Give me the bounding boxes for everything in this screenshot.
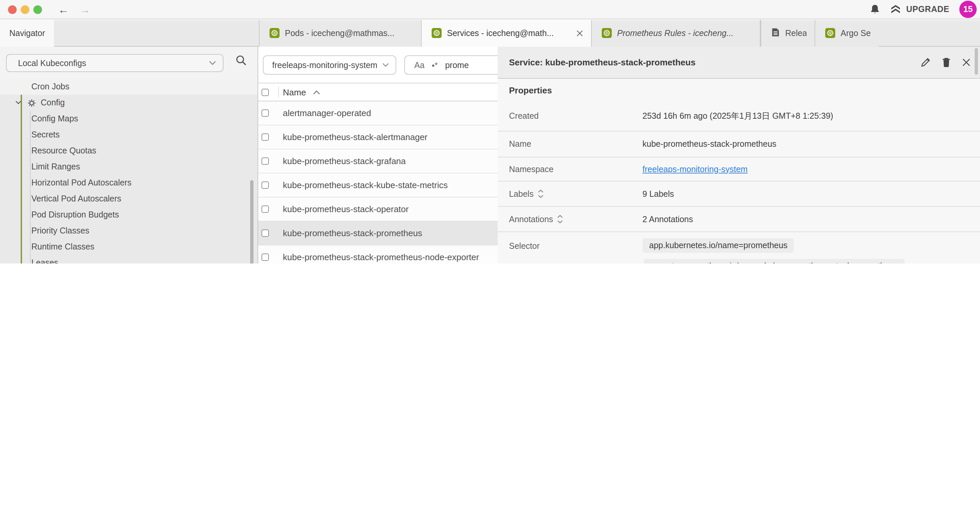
upgrade-label: UPGRADE [906, 5, 949, 14]
sidebar-item[interactable]: Runtime Classes [0, 239, 258, 255]
forward-arrow-icon[interactable]: → [80, 0, 90, 19]
namespace-select[interactable]: freeleaps-monitoring-system [263, 56, 396, 75]
properties-section-heading: Properties [498, 79, 980, 101]
property-row-namespace: Namespace freeleaps-monitoring-system [498, 158, 980, 182]
property-label: Selector [509, 238, 643, 251]
table-row[interactable]: alertmanager-operated [258, 101, 498, 126]
minimize-window-icon[interactable] [21, 5, 29, 14]
kubeconfig-select[interactable]: Local Kubeconfigs [6, 54, 223, 72]
property-value: kube-prometheus-stack-prometheus [643, 139, 776, 149]
row-checkbox[interactable] [261, 134, 269, 141]
property-value[interactable]: 9 Labels [643, 189, 674, 199]
navigator-panel-tab[interactable]: Navigator [0, 20, 54, 47]
app-tab[interactable]: Pods - icecheng@mathmas... [259, 20, 421, 47]
property-label: Annotations [509, 215, 553, 224]
navigator-sidebar: Local Kubeconfigs Cron J [0, 47, 258, 263]
gear-icon [27, 98, 36, 107]
notification-count-badge[interactable]: 15 [959, 1, 977, 18]
row-checkbox[interactable] [261, 110, 269, 117]
service-name: kube-prometheus-stack-alertmanager [283, 132, 428, 142]
sidebar-item-label: Vertical Pod Autoscalers [31, 191, 121, 207]
table-row[interactable]: kube-prometheus-stack-prometheus [258, 221, 498, 245]
property-label: Name [509, 139, 643, 149]
sidebar-item-label: Horizontal Pod Autoscalers [31, 175, 131, 191]
table-row[interactable]: kube-prometheus-stack-prometheus-node-ex… [258, 245, 498, 263]
select-all-checkbox[interactable] [261, 88, 269, 96]
match-case-toggle[interactable]: Aa [414, 61, 425, 70]
tab-label: Services - icecheng@math... [447, 29, 554, 38]
window-titlebar: ← → UPGRADE 15 [0, 0, 980, 19]
row-checkbox[interactable] [261, 205, 269, 213]
sidebar-search-icon[interactable] [235, 55, 247, 66]
tab-label: Argo Se [841, 29, 870, 38]
tab-label: Prometheus Rules - icecheng... [617, 29, 733, 38]
namespace-link[interactable]: freeleaps-monitoring-system [643, 164, 748, 174]
service-name: kube-prometheus-stack-kube-state-metrics [283, 180, 448, 190]
tab-label: Release Notes [785, 29, 807, 38]
tab-strip: Navigator Pods - icecheng@mathmas... Ser… [0, 20, 980, 47]
app-tab[interactable]: Services - icecheng@math... [421, 20, 591, 47]
service-name: kube-prometheus-stack-prometheus-node-ex… [283, 252, 479, 262]
table-header: Name [258, 83, 498, 101]
app-tab[interactable]: Argo Se [815, 20, 878, 47]
edit-pencil-icon[interactable] [921, 57, 931, 67]
sort-ascending-icon[interactable] [313, 90, 320, 94]
property-row-created: Created 253d 16h 6m ago (2025年1月13日 GMT+… [498, 101, 980, 131]
sidebar-item[interactable]: Leases [0, 255, 258, 263]
sidebar-scrollbar[interactable] [250, 180, 253, 263]
sidebar-item-label: Config [41, 95, 65, 111]
detail-header: Service: kube-prometheus-stack-prometheu… [498, 47, 980, 79]
search-input[interactable]: Aa ▪* prome [404, 56, 498, 75]
sidebar-item[interactable]: Config [0, 95, 258, 111]
service-detail-panel: Service: kube-prometheus-stack-prometheu… [498, 47, 980, 263]
row-checkbox[interactable] [261, 229, 269, 237]
property-label: Namespace [509, 164, 643, 174]
sidebar-item[interactable]: Vertical Pod Autoscalers [0, 191, 258, 207]
selector-chip: app.kubernetes.io/name=prometheus [643, 238, 794, 253]
sidebar-item[interactable]: Cron Jobs [0, 79, 258, 95]
table-row[interactable]: kube-prometheus-stack-operator [258, 197, 498, 221]
app-tab[interactable]: Prometheus Rules - icecheng... [591, 20, 760, 47]
row-checkbox[interactable] [261, 182, 269, 189]
app-tab[interactable]: Release Notes [760, 20, 815, 47]
back-arrow-icon[interactable]: ← [58, 0, 69, 19]
expand-collapse-icon[interactable] [538, 189, 544, 198]
sidebar-item[interactable]: Config Maps [0, 111, 258, 127]
search-query[interactable]: prome [445, 61, 469, 70]
notifications-bell-icon[interactable] [870, 4, 880, 15]
table-row[interactable]: kube-prometheus-stack-alertmanager [258, 126, 498, 150]
sidebar-item[interactable]: Resource Quotas [0, 143, 258, 159]
close-window-icon[interactable] [8, 5, 17, 14]
close-panel-icon[interactable] [962, 58, 970, 67]
zoom-window-icon[interactable] [33, 5, 42, 14]
property-label: Labels [509, 189, 534, 199]
property-value: 253d 16h 6m ago (2025年1月13日 GMT+8 1:25:3… [643, 110, 833, 122]
sidebar-item-label: Priority Classes [31, 223, 89, 239]
sidebar-item[interactable]: Secrets [0, 127, 258, 143]
sidebar-item[interactable]: Horizontal Pod Autoscalers [0, 175, 258, 191]
table-row[interactable]: kube-prometheus-stack-grafana [258, 150, 498, 174]
sidebar-item[interactable]: Priority Classes [0, 223, 258, 239]
detail-scrollbar[interactable] [975, 48, 978, 75]
table-row[interactable]: kube-prometheus-stack-kube-state-metrics [258, 174, 498, 197]
sidebar-item-label: Runtime Classes [31, 239, 94, 255]
property-row-labels: Labels 9 Labels [498, 182, 980, 207]
delete-trash-icon[interactable] [942, 57, 951, 67]
tab-label: Pods - icecheng@mathmas... [285, 29, 394, 38]
sidebar-item[interactable]: Limit Ranges [0, 159, 258, 175]
row-checkbox[interactable] [261, 158, 269, 165]
upgrade-button[interactable]: UPGRADE [890, 4, 949, 15]
k8s-icon [269, 28, 280, 39]
sidebar-item-label: Limit Ranges [31, 159, 80, 175]
detail-title: Service: kube-prometheus-stack-prometheu… [509, 57, 695, 67]
regex-toggle[interactable]: ▪* [432, 61, 438, 70]
name-column-header[interactable]: Name [283, 87, 306, 97]
service-name: kube-prometheus-stack-prometheus [283, 228, 422, 238]
chevron-down-icon[interactable] [15, 99, 23, 107]
k8s-icon [602, 28, 612, 39]
expand-collapse-icon[interactable] [557, 215, 563, 223]
sidebar-item[interactable]: Pod Disruption Budgets [0, 207, 258, 223]
close-tab-icon[interactable] [576, 30, 583, 37]
services-table: alertmanager-operated kube-prometheus-st… [258, 101, 498, 263]
row-checkbox[interactable] [261, 253, 269, 261]
